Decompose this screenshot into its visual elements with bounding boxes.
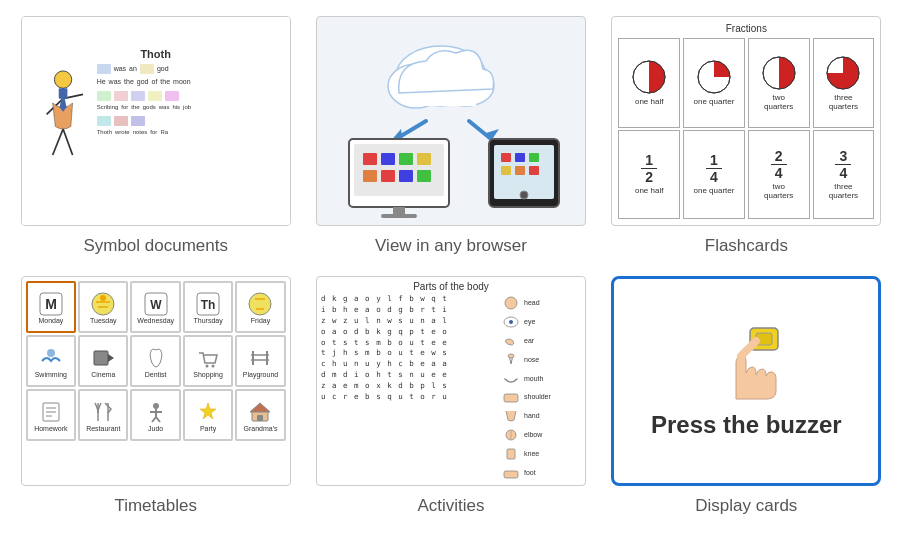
svg-rect-27 <box>381 214 417 218</box>
svg-point-55 <box>249 293 271 315</box>
svg-rect-23 <box>381 170 395 182</box>
card-label-timetables: Timetables <box>114 496 197 516</box>
flash-cell-one-quarter: one quarter <box>683 38 745 128</box>
svg-rect-30 <box>501 153 511 162</box>
svg-point-84 <box>508 354 514 358</box>
card-flashcards: Fractions one half <box>607 16 886 256</box>
flash-cell-three-quarters-fraction: 3 4 three quarters <box>813 130 875 220</box>
display-card-inner: Press the buzzer <box>611 276 881 486</box>
tt-cell-wednesday: W Wednesday <box>130 281 180 333</box>
svg-rect-88 <box>507 449 515 459</box>
svg-text:M: M <box>45 296 57 312</box>
svg-line-4 <box>52 129 62 155</box>
svg-point-81 <box>505 297 517 309</box>
svg-rect-33 <box>501 166 511 175</box>
tt-cell-grandmas: Grandma's <box>235 389 285 441</box>
card-label-activities: Activities <box>417 496 484 516</box>
card-browser: View in any browser <box>311 16 590 256</box>
tt-cell-dentist: Dentist <box>130 335 180 387</box>
tt-cell-monday: M Monday <box>26 281 76 333</box>
svg-rect-34 <box>515 166 525 175</box>
svg-rect-32 <box>529 153 539 162</box>
tt-cell-restaurant: Restaurant <box>78 389 128 441</box>
tt-cell-friday: Friday <box>235 281 285 333</box>
svg-rect-59 <box>94 351 108 365</box>
flash-cell-half-fraction: 1 2 one half <box>618 130 680 220</box>
svg-rect-89 <box>504 471 518 478</box>
tt-cell-shopping: Shopping <box>183 335 233 387</box>
tt-cell-party: Party <box>183 389 233 441</box>
buzzer-label: Press the buzzer <box>651 411 842 440</box>
stick-figure <box>36 64 91 194</box>
svg-line-5 <box>63 129 73 155</box>
symbol-doc-title: Thoth <box>140 48 171 60</box>
svg-point-48 <box>100 295 106 301</box>
card-image-symbol-documents: Thoth <box>21 16 291 226</box>
svg-line-77 <box>156 417 160 422</box>
svg-point-58 <box>47 349 55 357</box>
card-symbol-documents: Thoth <box>16 16 295 256</box>
svg-marker-60 <box>108 354 114 362</box>
tt-cell-thursday: Th Thursday <box>183 281 233 333</box>
card-timetables: M Monday Tuesday <box>16 276 295 516</box>
svg-marker-79 <box>250 403 270 412</box>
svg-rect-35 <box>529 166 539 175</box>
svg-point-83 <box>509 320 513 324</box>
card-label-symbol-documents: Symbol documents <box>83 236 228 256</box>
card-image-browser <box>316 16 586 226</box>
card-image-display-cards: Press the buzzer <box>611 276 881 486</box>
svg-rect-19 <box>381 153 395 165</box>
body-words-list: head eye ear nose <box>501 294 581 481</box>
flash-cell-quarter-fraction: 1 4 one quarter <box>683 130 745 220</box>
card-activities: Parts of the body d k g a o y l f b w q … <box>311 276 590 516</box>
tt-cell-tuesday: Tuesday <box>78 281 128 333</box>
browser-illustration <box>321 21 581 221</box>
svg-rect-21 <box>417 153 431 165</box>
flashcard-title: Fractions <box>618 23 874 34</box>
svg-rect-25 <box>417 170 431 182</box>
card-image-flashcards: Fractions one half <box>611 16 881 226</box>
svg-point-61 <box>206 364 209 367</box>
tt-cell-homework: Homework <box>26 389 76 441</box>
svg-text:Th: Th <box>201 298 216 312</box>
flash-cell-two-quarters-fraction: 2 4 two quarters <box>748 130 810 220</box>
svg-line-14 <box>469 121 491 139</box>
svg-point-62 <box>212 364 215 367</box>
card-label-flashcards: Flashcards <box>705 236 788 256</box>
card-label-browser: View in any browser <box>375 236 527 256</box>
svg-rect-24 <box>399 170 413 182</box>
tt-cell-cinema: Cinema <box>78 335 128 387</box>
activities-title: Parts of the body <box>321 281 581 292</box>
flash-cell-one-half: one half <box>618 38 680 128</box>
svg-point-0 <box>54 71 71 88</box>
flash-cell-three-quarters: three quarters <box>813 38 875 128</box>
svg-rect-80 <box>257 415 263 421</box>
svg-rect-85 <box>504 394 518 402</box>
svg-rect-18 <box>363 153 377 165</box>
svg-rect-26 <box>393 207 405 215</box>
card-image-activities: Parts of the body d k g a o y l f b w q … <box>316 276 586 486</box>
svg-rect-31 <box>515 153 525 162</box>
tt-cell-judo: Judo <box>130 389 180 441</box>
flash-cell-two-quarters: two quarters <box>748 38 810 128</box>
card-label-display-cards: Display cards <box>695 496 797 516</box>
svg-rect-22 <box>363 170 377 182</box>
main-grid: Thoth <box>16 16 886 516</box>
svg-point-73 <box>153 403 159 409</box>
tt-cell-swimming: Swimming <box>26 335 76 387</box>
tt-cell-playground: Playground <box>235 335 285 387</box>
buzzer-hand-icon <box>706 323 786 403</box>
svg-text:W: W <box>150 298 162 312</box>
wordsearch-grid: d k g a o y l f b w q t i b h e a o d g … <box>321 294 497 481</box>
svg-point-36 <box>520 191 528 199</box>
svg-rect-20 <box>399 153 413 165</box>
svg-line-92 <box>741 341 756 356</box>
card-image-timetables: M Monday Tuesday <box>21 276 291 486</box>
card-display-cards: Press the buzzer Display cards <box>607 276 886 516</box>
